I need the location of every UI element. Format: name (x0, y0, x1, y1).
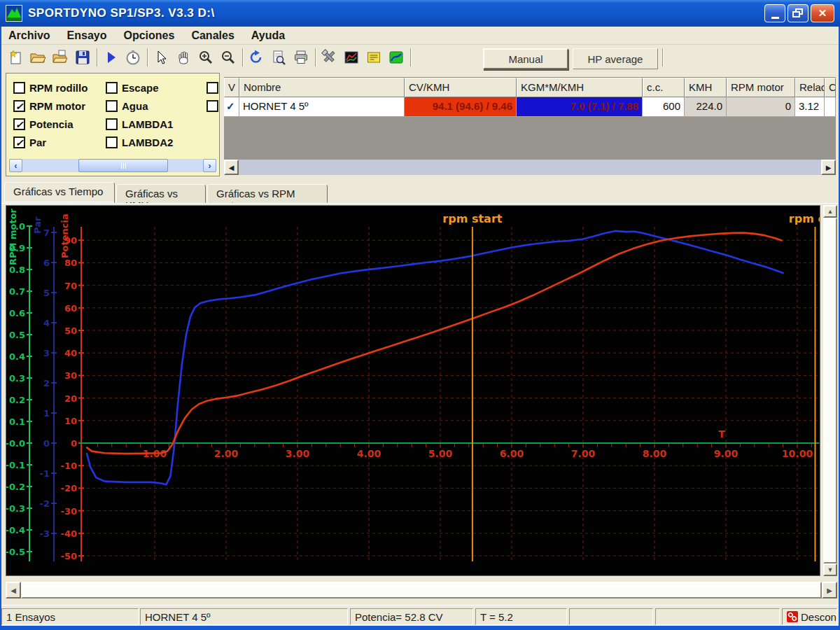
new-file-icon[interactable] (6, 48, 25, 67)
checkbox-potencia[interactable]: ✓Potencia (13, 118, 74, 130)
graph-tabs: Gráficas vs Tiempo Gráficas vs KMH Gráfi… (0, 182, 840, 203)
restore-button[interactable] (788, 4, 808, 22)
open-folder-icon[interactable] (28, 48, 48, 67)
checkbox-box[interactable] (106, 82, 118, 94)
menu-opciones[interactable]: Opciones (115, 28, 183, 43)
graph-image-icon[interactable] (342, 48, 361, 67)
col-header-rpm-motor[interactable]: RPM motor (727, 78, 795, 97)
minimize-button[interactable] (764, 4, 785, 22)
checkbox-escape[interactable]: Escape (106, 82, 159, 94)
chart-horizontal-scrollbar[interactable]: ◀ ▶ (6, 582, 837, 598)
row-check-icon[interactable]: ✓ (224, 97, 239, 117)
col-header-co[interactable]: Co (825, 78, 836, 97)
scrollbar-thumb[interactable] (823, 218, 837, 564)
checkbox-box[interactable] (106, 100, 118, 112)
print-preview-icon[interactable] (269, 48, 288, 67)
title-bar[interactable]: SPORTDYNO SP1/SP3. V3.3 D:\ ✕ (0, 0, 840, 27)
svg-text:9.00: 9.00 (714, 448, 738, 459)
zoom-in-icon[interactable] (196, 48, 216, 67)
scroll-up-icon[interactable]: ▲ (823, 205, 837, 218)
svg-text:-0.4: -0.4 (6, 525, 25, 536)
scroll-left-icon[interactable]: ◀ (224, 160, 239, 175)
checkbox-box[interactable] (106, 136, 118, 148)
checkbox-box[interactable] (13, 82, 25, 94)
table-row[interactable]: ✓ HORNET 4 5º 94.1 (94.6) / 9.46 7.0 (7.… (224, 97, 836, 117)
scroll-left-icon[interactable]: ◀ (6, 582, 21, 598)
col-header-relacion[interactable]: Relación (795, 78, 825, 97)
save-icon[interactable] (73, 48, 92, 67)
checkbox-clipped-1[interactable]: S (206, 82, 220, 94)
checkbox-clipped-2[interactable]: S (206, 100, 220, 112)
checkbox-lambda2[interactable]: LAMBDA2 (106, 136, 173, 148)
checkbox-agua[interactable]: Agua (106, 100, 148, 112)
row-cv-kmh[interactable]: 94.1 (94.6) / 9.46 (405, 97, 517, 117)
timer-icon[interactable] (123, 48, 143, 67)
chart-vertical-scrollbar[interactable]: ▲ ▼ (823, 205, 837, 576)
chart-area[interactable]: .00.90.80.70.60.50.40.30.20.1-0.0-0.1-0.… (6, 205, 820, 576)
checkbox-par[interactable]: ✓Par (13, 136, 46, 148)
menu-canales[interactable]: Canales (183, 28, 242, 43)
zoom-out-icon[interactable] (218, 48, 238, 67)
pointer-icon[interactable] (151, 48, 171, 67)
tab-graficas-vs-tiempo[interactable]: Gráficas vs Tiempo (4, 182, 115, 203)
status-bar: 1 Ensayos HORNET 4 5º Potencia= 52.8 CV … (0, 605, 840, 626)
channel-panel-scrollbar[interactable]: ‹ › (9, 159, 216, 172)
notes-icon[interactable] (364, 48, 384, 67)
tab-graficas-vs-rpm-motor[interactable]: Gráficas vs RPM motor (207, 184, 328, 203)
open-project-icon[interactable] (50, 48, 70, 67)
refresh-icon[interactable] (246, 48, 266, 67)
window-title: SPORTDYNO SP1/SP3. V3.3 D:\ (28, 6, 215, 20)
menu-archivo[interactable]: Archivo (0, 28, 59, 43)
checkbox-box[interactable] (206, 82, 218, 94)
scroll-right-icon[interactable]: ▶ (821, 160, 836, 175)
col-header-cv-kmh[interactable]: CV/KMH (405, 78, 517, 97)
tab-graficas-vs-kmh[interactable]: Gráficas vs KMH (116, 184, 206, 203)
scroll-left-icon[interactable]: ‹ (9, 159, 22, 172)
toolbar-separator (410, 48, 412, 66)
row-cc[interactable]: 600 (643, 97, 685, 117)
checkbox-rpm-motor[interactable]: ✓RPM motor (13, 100, 85, 112)
scroll-right-icon[interactable]: › (203, 159, 216, 172)
svg-text:0: 0 (43, 438, 50, 449)
scrollbar-thumb[interactable] (78, 159, 168, 172)
row-kmh[interactable]: 224.0 (685, 97, 727, 117)
svg-text:RPM motor: RPM motor (8, 208, 18, 265)
scroll-down-icon[interactable]: ▼ (823, 564, 837, 576)
print-icon[interactable] (291, 48, 311, 67)
checkbox-box[interactable] (206, 100, 218, 112)
svg-text:Potencia: Potencia (59, 214, 70, 258)
menu-ayuda[interactable]: Ayuda (243, 28, 293, 43)
col-header-v[interactable]: V (224, 78, 239, 97)
table-scrollbar[interactable]: ◀ ▶ (224, 160, 836, 175)
manual-button[interactable]: Manual (483, 48, 568, 69)
pan-hand-icon[interactable] (174, 48, 193, 67)
row-nombre[interactable]: HORNET 4 5º (239, 97, 405, 117)
col-header-kmh[interactable]: KMH (685, 78, 727, 97)
svg-text:10.00: 10.00 (782, 448, 813, 459)
tools-icon[interactable] (319, 48, 339, 67)
channel-panel: RPM rodillo ✓RPM motor ✓Potencia ✓Par Es… (6, 73, 220, 176)
col-header-kgm-kmh[interactable]: KGM*M/KMH (517, 78, 643, 97)
hp-average-button[interactable]: HP average (573, 48, 658, 69)
svg-text:4.00: 4.00 (357, 448, 382, 459)
checkbox-lambda1[interactable]: LAMBDA1 (106, 118, 173, 130)
svg-text:5.00: 5.00 (428, 448, 453, 459)
row-kgm-kmh[interactable]: 7.0 (7.1) / 7.88 (517, 97, 643, 117)
menu-ensayo[interactable]: Ensayo (59, 28, 115, 43)
row-relacion[interactable]: 3.12 (795, 97, 825, 117)
checkbox-box[interactable]: ✓ (13, 118, 25, 130)
close-button[interactable]: ✕ (811, 4, 834, 22)
checkbox-rpm-rodillo[interactable]: RPM rodillo (13, 82, 88, 94)
svg-text:0.8: 0.8 (9, 265, 25, 275)
checkbox-box[interactable]: ✓ (13, 100, 25, 112)
checkbox-box[interactable] (106, 118, 118, 130)
scrollbar-thumb[interactable] (21, 582, 822, 598)
scroll-right-icon[interactable]: ▶ (822, 582, 837, 598)
row-rpm-motor[interactable]: 0 (727, 97, 795, 117)
col-header-nombre[interactable]: Nombre (239, 78, 405, 97)
svg-text:6: 6 (43, 258, 50, 268)
col-header-cc[interactable]: c.c. (643, 78, 685, 97)
graph-view-icon[interactable] (386, 48, 406, 67)
start-run-icon[interactable] (101, 48, 120, 67)
checkbox-box[interactable]: ✓ (13, 136, 25, 148)
